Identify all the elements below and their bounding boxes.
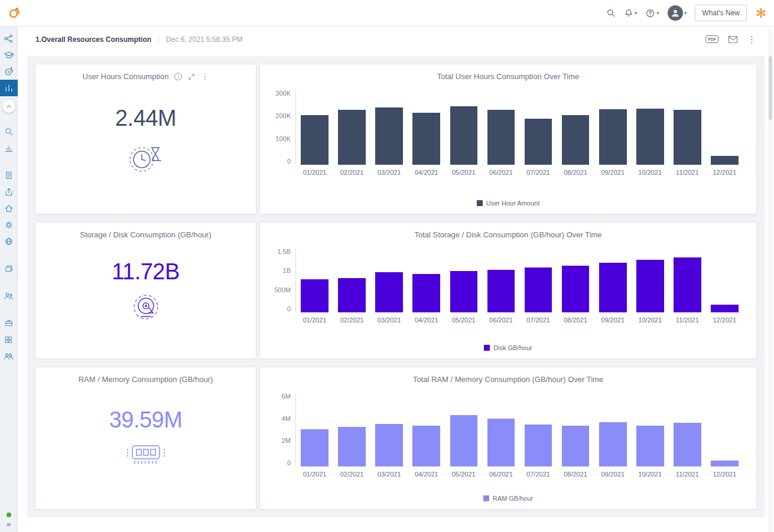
chart-title: Total Storage / Disk Consumption (GB/hou…	[414, 230, 601, 239]
dashboard-menu-kebab-icon[interactable]: ⋮	[747, 35, 756, 44]
bar-column: 02/2021	[333, 393, 370, 466]
bar-column: 10/2021	[632, 249, 669, 312]
bar[interactable]	[599, 422, 627, 466]
bar[interactable]	[525, 425, 552, 466]
bar[interactable]	[450, 271, 478, 312]
bar[interactable]	[412, 113, 440, 165]
y-axis: 300K200K100K0	[268, 90, 295, 165]
sidebar-item-data-folders-icon[interactable]	[0, 260, 18, 277]
bar[interactable]	[375, 107, 403, 165]
bar[interactable]	[674, 423, 701, 466]
bar[interactable]	[301, 115, 329, 165]
x-tick-label: 12/2021	[713, 316, 737, 324]
bar[interactable]	[487, 270, 515, 312]
user-menu[interactable]: ▾	[668, 5, 687, 21]
x-tick-label: 01/2021	[303, 316, 327, 324]
bar[interactable]	[562, 266, 590, 312]
collapse-up-button[interactable]	[2, 100, 15, 113]
sidebar-item-user-management-icon[interactable]	[0, 288, 18, 304]
avatar	[668, 5, 683, 21]
x-tick-label: 03/2021	[378, 471, 401, 478]
sidebar-item-search-icon[interactable]	[0, 123, 18, 140]
help-icon[interactable]: ▾	[645, 8, 659, 18]
scrollbar-thumb[interactable]	[769, 56, 772, 120]
bar[interactable]	[338, 278, 366, 312]
search-icon[interactable]	[606, 8, 616, 18]
widget-chart-user-hours: Total User Hours Consumption Over Time 3…	[259, 64, 757, 214]
bar-column: 06/2021	[482, 393, 519, 466]
sidebar-item-apps-grid-icon[interactable]	[0, 331, 18, 348]
bar[interactable]	[375, 272, 403, 312]
status-online-dot	[6, 513, 11, 517]
bar[interactable]	[412, 426, 440, 466]
x-tick-label: 01/2021	[303, 169, 327, 176]
bar[interactable]	[562, 115, 590, 165]
sidebar-item-analytics-active[interactable]	[0, 80, 18, 96]
sidebar-item-admin-briefcase-icon[interactable]	[0, 315, 18, 331]
x-tick-label: 10/2021	[638, 471, 662, 478]
bar[interactable]	[338, 110, 366, 165]
bar[interactable]	[674, 110, 701, 165]
bar[interactable]	[487, 419, 515, 466]
expand-sidebar-icon[interactable]: »	[6, 520, 11, 528]
sidebar-item-report-icon[interactable]	[0, 167, 18, 184]
x-tick-label: 06/2021	[489, 169, 513, 176]
info-icon[interactable]: i	[174, 73, 182, 80]
widget-menu-kebab-icon[interactable]: ⋮	[201, 72, 209, 81]
email-icon[interactable]	[728, 35, 738, 44]
bar[interactable]	[711, 305, 739, 312]
bar[interactable]	[711, 461, 739, 466]
bar[interactable]	[487, 110, 515, 165]
bar[interactable]	[338, 427, 366, 466]
bar-column: 04/2021	[408, 393, 445, 466]
y-tick-label: 4M	[282, 416, 291, 422]
bar[interactable]	[636, 260, 664, 312]
notifications-bell-icon[interactable]: ▾	[624, 8, 638, 18]
legend-swatch	[483, 495, 489, 501]
sidebar-item-web-globe-icon[interactable]	[0, 233, 18, 250]
x-tick-label: 02/2021	[340, 471, 364, 478]
bar[interactable]	[599, 263, 627, 312]
bar[interactable]	[301, 429, 329, 466]
bar[interactable]	[562, 426, 590, 466]
bar-column: 07/2021	[519, 249, 557, 312]
bar[interactable]	[636, 426, 664, 466]
sidebar-item-groups-icon[interactable]	[0, 348, 18, 364]
bar[interactable]	[525, 267, 552, 312]
bar[interactable]	[375, 424, 403, 466]
sidebar-item-export-icon[interactable]	[0, 184, 18, 200]
bar[interactable]	[711, 156, 739, 165]
bar[interactable]	[301, 279, 329, 312]
y-tick-label: 500M	[274, 287, 291, 293]
top-bar: ▾ ▾ ▾ What's New	[0, 0, 774, 27]
app-logo[interactable]	[7, 6, 21, 20]
bar[interactable]	[674, 257, 701, 312]
sidebar-item-settings-gear-icon[interactable]	[0, 217, 18, 233]
bar-column: 01/2021	[296, 393, 333, 466]
sidebar-item-home-icon[interactable]	[0, 200, 18, 217]
whats-new-button[interactable]: What's New	[695, 5, 747, 21]
bar[interactable]	[412, 274, 440, 312]
sidebar-item-pulse-icon[interactable]	[0, 63, 18, 80]
brand-flower-icon[interactable]	[755, 7, 767, 19]
export-pdf-button[interactable]: PDF	[705, 35, 718, 43]
bar[interactable]	[636, 109, 664, 165]
x-tick-label: 05/2021	[452, 169, 476, 176]
y-tick-label: 1B	[283, 267, 291, 274]
bar-column: 01/2021	[296, 90, 333, 165]
bar[interactable]	[599, 109, 627, 165]
sidebar-item-academy-icon[interactable]	[0, 47, 18, 63]
x-tick-label: 04/2021	[415, 169, 438, 176]
plot-area: 01/202102/202103/202104/202105/202106/20…	[295, 249, 743, 312]
bar[interactable]	[450, 106, 478, 165]
expand-widget-icon[interactable]	[188, 73, 195, 80]
sidebar-item-usage-chart-icon[interactable]	[0, 140, 18, 156]
bar-column: 08/2021	[557, 249, 594, 312]
user-hours-clock-icon	[126, 141, 165, 177]
y-tick-label: 300K	[275, 90, 291, 97]
sidebar-item-share-icon[interactable]	[0, 30, 18, 47]
bar-column: 03/2021	[370, 393, 408, 466]
bar-column: 01/2021	[296, 249, 333, 312]
bar[interactable]	[450, 415, 478, 466]
bar[interactable]	[525, 119, 552, 165]
